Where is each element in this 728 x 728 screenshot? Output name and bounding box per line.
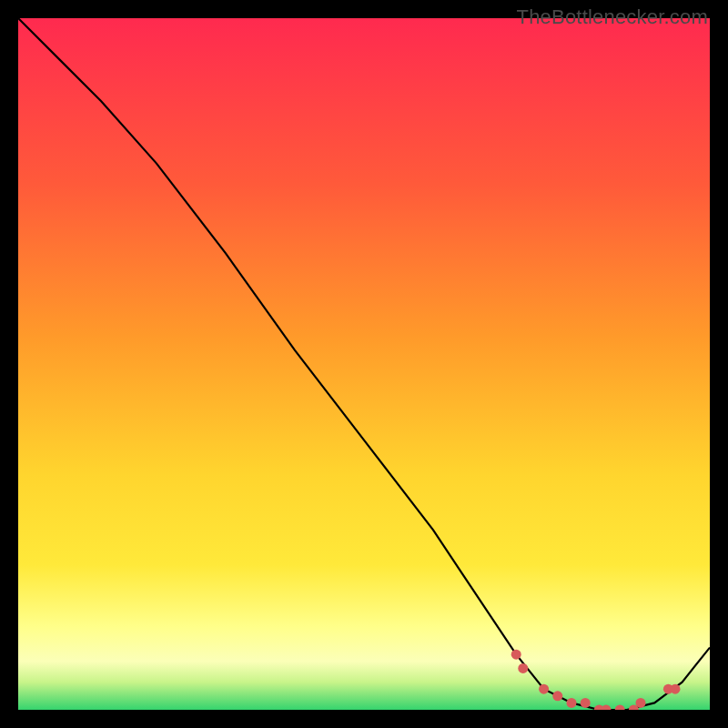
- svg-rect-0: [18, 18, 710, 710]
- watermark-text: TheBottlenecker.com: [517, 5, 708, 29]
- gradient-background: [18, 18, 710, 710]
- chart-frame: [18, 18, 710, 710]
